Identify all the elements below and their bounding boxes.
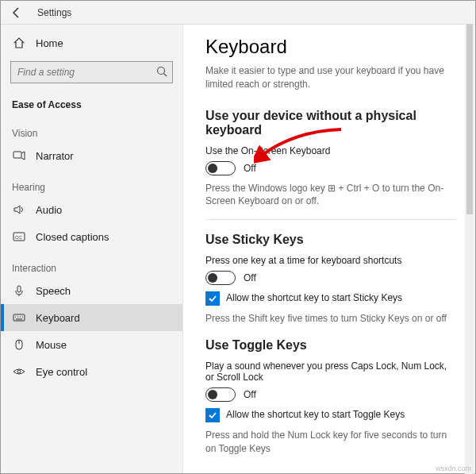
checkmark-icon: [208, 294, 217, 303]
speech-icon: [12, 283, 26, 298]
section-heading-toggle-keys: Use Toggle Keys: [205, 338, 456, 353]
scrollbar-thumb[interactable]: [466, 24, 473, 214]
sidebar-item-keyboard[interactable]: Keyboard: [1, 304, 182, 331]
body: Home Ease of Access Vision Narrator Hear…: [1, 25, 475, 473]
sidebar-item-home[interactable]: Home: [1, 29, 182, 56]
svg-rect-6: [13, 314, 25, 321]
sidebar-item-mouse[interactable]: Mouse: [1, 331, 182, 358]
window-title: Settings: [33, 7, 71, 18]
search-wrap: [1, 56, 182, 91]
keyboard-icon: [12, 310, 26, 325]
togglekeys-shortcut-checkbox[interactable]: [205, 408, 220, 422]
svg-rect-5: [17, 286, 21, 292]
togglekeys-toggle[interactable]: [205, 387, 236, 402]
sidebar-section-header: Ease of Access: [1, 91, 182, 115]
toggle-knob: [208, 390, 217, 399]
sidebar-item-label: Home: [36, 37, 63, 49]
svg-line-1: [164, 74, 167, 77]
sidebar-item-label: Mouse: [36, 339, 67, 351]
togglekeys-check-label: Allow the shortcut key to start Toggle K…: [226, 408, 405, 420]
sidebar-item-label: Narrator: [36, 150, 74, 162]
svg-point-14: [17, 370, 21, 373]
section-heading-osk: Use your device without a physical keybo…: [205, 109, 456, 137]
svg-text:CC: CC: [15, 235, 22, 240]
back-arrow-icon: [10, 6, 23, 19]
sidebar: Home Ease of Access Vision Narrator Hear…: [1, 25, 183, 473]
group-vision: Vision: [1, 115, 182, 142]
sticky-hint: Press the Shift key five times to turn S…: [205, 312, 456, 326]
search-icon: [155, 65, 168, 78]
sidebar-item-eye-control[interactable]: Eye control: [1, 358, 182, 385]
group-interaction: Interaction: [1, 250, 182, 277]
toggle-knob: [208, 164, 217, 173]
settings-window: Settings Home Ease of Access Vision: [0, 0, 476, 474]
sidebar-item-label: Closed captions: [36, 231, 109, 243]
closed-captions-icon: CC: [12, 229, 26, 244]
content-pane: Keyboard Make it easier to type and use …: [183, 25, 475, 473]
checkmark-icon: [208, 410, 217, 420]
eye-icon: [12, 364, 26, 379]
group-hearing: Hearing: [1, 169, 182, 196]
osk-hint: Press the Windows logo key ⊞ + Ctrl + O …: [205, 182, 456, 209]
windows-logo-icon: ⊞: [328, 183, 336, 194]
search-box: [10, 61, 173, 83]
divider: [205, 219, 456, 220]
osk-sublabel: Use the On-Screen Keyboard: [205, 145, 456, 156]
scrollbar[interactable]: [465, 24, 474, 474]
sticky-check-row: Allow the shortcut key to start Sticky K…: [205, 291, 456, 306]
sidebar-item-label: Eye control: [36, 366, 87, 378]
sidebar-item-speech[interactable]: Speech: [1, 277, 182, 304]
togglekeys-sublabel: Play a sound whenever you press Caps Loc…: [205, 360, 456, 383]
svg-point-0: [158, 67, 165, 75]
page-description: Make it easier to type and use your keyb…: [205, 64, 456, 91]
sidebar-item-narrator[interactable]: Narrator: [1, 142, 182, 169]
sticky-toggle-label: Off: [244, 272, 256, 283]
sticky-toggle-row: Off: [205, 271, 456, 285]
sticky-check-label: Allow the shortcut key to start Sticky K…: [226, 291, 402, 303]
sticky-shortcut-checkbox[interactable]: [205, 291, 220, 306]
togglekeys-check-row: Allow the shortcut key to start Toggle K…: [205, 408, 456, 422]
togglekeys-toggle-label: Off: [244, 389, 256, 400]
audio-icon: [12, 202, 26, 217]
section-heading-sticky: Use Sticky Keys: [205, 233, 456, 247]
sidebar-item-label: Audio: [36, 204, 62, 216]
osk-toggle-label: Off: [244, 163, 256, 174]
togglekeys-hint: Press and hold the Num Lock key for five…: [205, 429, 456, 456]
narrator-icon: [12, 148, 26, 163]
sidebar-item-label: Keyboard: [36, 312, 80, 324]
page-title: Keyboard: [205, 36, 456, 58]
sticky-toggle[interactable]: [205, 271, 236, 285]
osk-toggle-row: Off: [205, 161, 456, 175]
watermark: wsxdn.com: [436, 464, 471, 472]
home-icon: [12, 36, 26, 50]
search-input[interactable]: [10, 61, 173, 83]
osk-toggle[interactable]: [205, 161, 236, 175]
toggle-knob: [208, 273, 217, 283]
sidebar-item-audio[interactable]: Audio: [1, 196, 182, 223]
sidebar-item-label: Speech: [36, 285, 71, 297]
back-button[interactable]: [1, 1, 33, 25]
togglekeys-toggle-row: Off: [205, 387, 456, 402]
mouse-icon: [12, 337, 26, 352]
sidebar-item-closed-captions[interactable]: CC Closed captions: [1, 223, 182, 250]
titlebar: Settings: [1, 1, 475, 25]
sticky-sublabel: Press one key at a time for keyboard sho…: [205, 255, 456, 266]
svg-rect-2: [13, 152, 21, 158]
